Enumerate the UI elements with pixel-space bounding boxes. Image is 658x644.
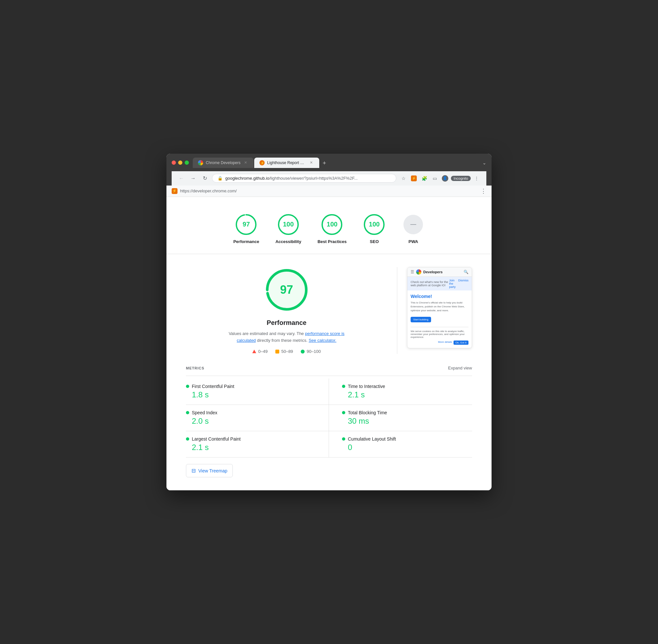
score-num-pwa: — <box>410 221 416 228</box>
reload-button[interactable]: ↻ <box>200 174 210 183</box>
mockup-cookie-notice: We serve cookies on this site to analyze… <box>411 327 468 345</box>
metric-value-fcp: 1.8 s <box>186 390 316 399</box>
sub-bar-more-icon[interactable]: ⋮ <box>481 187 486 194</box>
mockup-hamburger-icon: ☰ <box>411 270 414 274</box>
metric-dot-tti <box>342 385 345 388</box>
tab-chrome-developers-close[interactable]: ✕ <box>243 160 248 165</box>
mockup-banner-text: Check out what's new for the web platfor… <box>411 280 449 287</box>
score-item-seo: 100 SEO <box>363 213 386 244</box>
score-num-performance: 97 <box>243 221 250 228</box>
mockup-join-link[interactable]: Join the party <box>449 279 456 289</box>
tab-lighthouse-viewer-title: Lighthouse Report Viewer <box>267 161 306 165</box>
back-button[interactable]: ← <box>177 174 186 183</box>
score-item-performance: 97 Performance <box>234 213 259 244</box>
metric-item-lcp: Largest Contentful Paint 2.1 s <box>186 431 329 458</box>
score-item-accessibility: 100 Accessibility <box>276 213 301 244</box>
address-field[interactable]: 🔒 googlechrome.github.io/lighthouse/view… <box>212 174 396 183</box>
tab-lighthouse-viewer-close[interactable]: ✕ <box>309 160 314 165</box>
tab-end-chevron[interactable]: ⌄ <box>482 160 486 168</box>
scores-row: 97 Performance 100 Accessibility <box>167 207 491 254</box>
metric-item-tti: Time to Interactive 2.1 s <box>329 378 472 405</box>
content-area: 97 Performance 100 Accessibility <box>167 197 491 491</box>
tab-chrome-developers-title: Chrome Developers <box>206 161 241 165</box>
good-icon <box>301 350 305 353</box>
sub-bar-extension-icon: ⚡ <box>172 188 177 194</box>
treemap-label: View Treemap <box>198 468 227 474</box>
score-num-accessibility: 100 <box>283 221 293 228</box>
metric-name-tbt: Total Blocking Time <box>348 410 387 415</box>
address-path: /lighthouse/viewer/?psiurl=https%3A%2F%2… <box>269 176 358 181</box>
metric-item-tbt: Total Blocking Time 30 ms <box>329 405 472 431</box>
score-num-seo: 100 <box>369 221 380 228</box>
expand-view-button[interactable]: Expand view <box>448 366 472 370</box>
mockup-body-text: This is Chrome's official site to help y… <box>411 301 468 313</box>
tab-chrome-developers[interactable]: Chrome Developers ✕ <box>193 158 254 168</box>
mockup-search-icon: 🔍 <box>464 270 468 274</box>
score-circle-best-practices: 100 <box>321 213 343 236</box>
legend-item-good: 90–100 <box>301 349 321 354</box>
lock-icon: 🔒 <box>218 176 223 181</box>
mockup-site-title: Developers <box>423 270 462 274</box>
mockup-cookie-buttons: More details Ok, Got It <box>411 341 468 345</box>
desc-text-1: Values are estimated and may vary. The <box>228 331 305 336</box>
metric-dot-tbt <box>342 411 345 414</box>
legend-good-range: 90–100 <box>307 349 321 354</box>
mockup-header: ☰ Developers 🔍 <box>407 268 472 277</box>
metric-dot-cls <box>342 437 345 441</box>
metric-value-si: 2.0 s <box>186 417 316 426</box>
big-score-num: 97 <box>280 283 293 297</box>
address-bar-row: ← → ↻ 🔒 googlechrome.github.io/lighthous… <box>172 171 486 186</box>
panel-divider <box>397 267 397 354</box>
close-button[interactable] <box>172 161 176 165</box>
legend: 0–49 50–89 90–100 <box>186 349 387 354</box>
view-treemap-button[interactable]: ⊟ View Treemap <box>186 464 233 477</box>
legend-item-poor: 0–49 <box>252 349 267 354</box>
mockup-dismiss-link[interactable]: Dismiss <box>458 279 469 289</box>
metric-name-row-cls: Cumulative Layout Shift <box>342 436 472 442</box>
bookmark-icon[interactable]: ☆ <box>399 174 408 183</box>
metric-name-si: Speed Index <box>192 410 218 415</box>
tab-lighthouse-viewer[interactable]: ⚡ Lighthouse Report Viewer ✕ <box>254 158 319 168</box>
score-item-pwa: — PWA <box>402 213 424 244</box>
score-num-best-practices: 100 <box>327 221 337 228</box>
average-icon <box>276 350 279 353</box>
new-tab-button[interactable]: + <box>320 159 329 168</box>
maximize-button[interactable] <box>185 161 189 165</box>
left-panel: 97 Performance Values are estimated and … <box>186 267 387 354</box>
mockup-cta-button[interactable]: Start building <box>411 317 431 322</box>
sub-bar: ⚡ https://developer.chrome.com/ ⋮ <box>167 186 491 197</box>
mockup-ok-button[interactable]: Ok, Got It <box>454 341 468 345</box>
metric-name-tti: Time to Interactive <box>348 384 385 389</box>
metric-item-fcp: First Contentful Paint 1.8 s <box>186 378 329 405</box>
mockup-more-details-link[interactable]: More details <box>438 341 452 345</box>
score-label-pwa: PWA <box>408 239 418 244</box>
sub-bar-url: https://developer.chrome.com/ <box>180 188 237 193</box>
cast-icon[interactable]: ▭ <box>430 174 439 183</box>
calculator-link[interactable]: See calculator. <box>308 338 336 343</box>
mockup-chrome-logo <box>416 269 421 275</box>
score-label-accessibility: Accessibility <box>276 239 301 244</box>
mockup-welcome-text: Welcome! <box>411 294 468 299</box>
main-panel: 97 Performance Values are estimated and … <box>167 254 491 361</box>
metric-value-tti: 2.1 s <box>342 390 472 399</box>
browser-titlebar: Chrome Developers ✕ ⚡ Lighthouse Report … <box>167 154 491 186</box>
metric-dot-lcp <box>186 437 189 441</box>
avatar-icon[interactable]: 👤 <box>440 174 449 183</box>
chrome-icon <box>198 160 203 165</box>
address-domain: googlechrome.github.io <box>225 176 269 181</box>
metric-value-lcp: 2.1 s <box>186 443 316 452</box>
big-score-circle: 97 <box>264 267 309 313</box>
minimize-button[interactable] <box>178 161 182 165</box>
more-menu-icon[interactable]: ⋮ <box>472 174 481 183</box>
extension-icon-1[interactable]: ⚡ <box>409 174 418 183</box>
performance-description: Values are estimated and may vary. The p… <box>225 330 349 344</box>
metric-item-cls: Cumulative Layout Shift 0 <box>329 431 472 458</box>
toolbar-icons: ☆ ⚡ 🧩 ▭ 👤 Incognito ⋮ <box>399 174 481 183</box>
puzzle-icon[interactable]: 🧩 <box>420 174 429 183</box>
address-text: googlechrome.github.io/lighthouse/viewer… <box>225 176 391 181</box>
score-label-seo: SEO <box>370 239 379 244</box>
forward-button[interactable]: → <box>189 174 198 183</box>
score-item-best-practices: 100 Best Practices <box>317 213 347 244</box>
score-circle-performance: 97 <box>235 213 258 236</box>
tabs-row: Chrome Developers ✕ ⚡ Lighthouse Report … <box>193 158 486 168</box>
